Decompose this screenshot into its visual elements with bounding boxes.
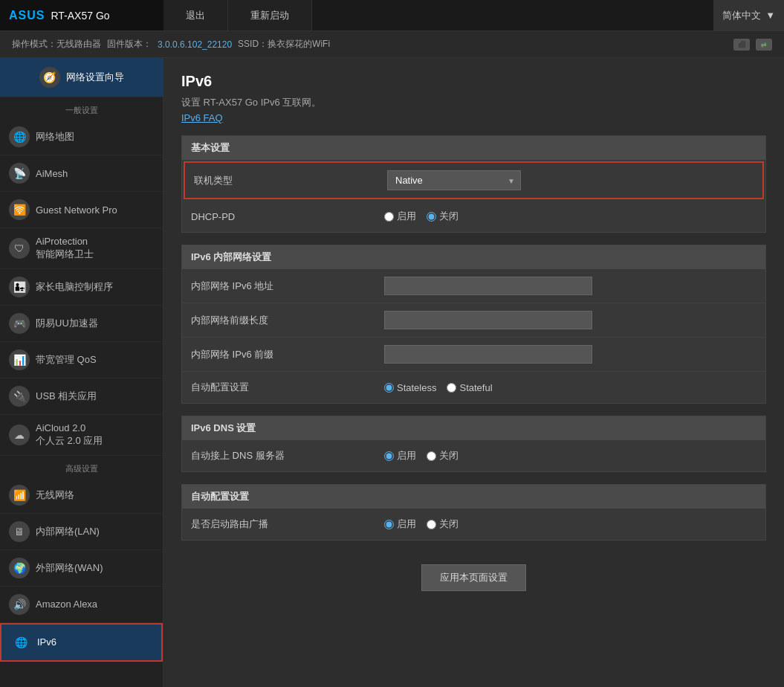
internal-ipv6-input[interactable]	[384, 277, 592, 295]
router-broadcast-enable-label[interactable]: 启用	[384, 517, 416, 531]
autoconfig-header: 自动配置设置	[182, 485, 765, 509]
internal-ipv6-prefix-input[interactable]	[384, 345, 592, 364]
prefix-length-input[interactable]	[384, 311, 592, 329]
sidebar-item-parental[interactable]: 👨‍👧 家长电脑控制程序	[0, 269, 163, 306]
router-broadcast-disable-label[interactable]: 关闭	[427, 517, 459, 531]
dhcp-pd-row: DHCP-PD 启用 关闭	[182, 201, 765, 232]
auto-config-stateless-label[interactable]: Stateless	[384, 382, 436, 393]
sidebar-item-label: 内部网络(LAN)	[36, 525, 100, 538]
asus-logo: ASUS	[9, 9, 45, 22]
sidebar: 🧭 网络设置向导 一般设置 🌐 网络地图 📡 AiMesh 🛜 Guest Ne…	[0, 58, 163, 687]
sidebar-item-label: IPv6	[37, 636, 56, 648]
sidebar-item-usb[interactable]: 🔌 USB 相关应用	[0, 378, 163, 415]
internal-ipv6-row: 内部网络 IPv6 地址	[182, 269, 765, 303]
auto-dns-disable-radio[interactable]	[427, 451, 436, 461]
sidebar-item-label: 阴易UU加速器	[36, 317, 98, 330]
sidebar-item-label: 带宽管理 QoS	[36, 353, 97, 367]
auto-dns-disable-label[interactable]: 关闭	[427, 449, 459, 462]
dhcp-pd-enable-radio[interactable]	[384, 212, 394, 222]
parental-icon: 👨‍👧	[9, 277, 30, 297]
aiprotection-icon: 🛡	[9, 238, 30, 259]
auto-config-radio-group: Stateless Stateful	[384, 382, 493, 393]
dhcp-pd-disable-label[interactable]: 关闭	[427, 210, 459, 223]
apply-button[interactable]: 应用本页面设置	[421, 564, 526, 591]
dhcp-pd-disable-text: 关闭	[439, 210, 459, 223]
sidebar-item-wizard[interactable]: 🧭 网络设置向导	[0, 58, 163, 97]
auto-dns-enable-text: 启用	[397, 449, 416, 462]
sidebar-item-lan[interactable]: 🖥 内部网络(LAN)	[0, 514, 163, 550]
router-broadcast-enable-radio[interactable]	[384, 520, 394, 529]
sidebar-item-aimesh[interactable]: 📡 AiMesh	[0, 155, 163, 192]
sidebar-item-label: Amazon Alexa	[36, 599, 97, 610]
aicloud-icon: ☁	[9, 425, 30, 445]
top-bar: ASUS RT-AX57 Go 退出 重新启动 简体中文 ▼	[0, 0, 784, 31]
auto-dns-disable-text: 关闭	[439, 449, 459, 462]
dhcp-pd-enable-text: 启用	[397, 210, 416, 223]
top-nav: 退出 重新启动	[163, 0, 713, 30]
sidebar-item-wan[interactable]: 🌍 外部网络(WAN)	[0, 550, 163, 587]
router-broadcast-radio-group: 启用 关闭	[384, 517, 459, 531]
sidebar-item-uu[interactable]: 🎮 阴易UU加速器	[0, 306, 163, 342]
prefix-length-row: 内部网络前缀长度	[182, 303, 765, 338]
mode-label: 操作模式：无线路由器	[12, 38, 101, 51]
exit-button[interactable]: 退出	[163, 0, 228, 30]
faq-link[interactable]: IPv6 FAQ	[181, 112, 223, 123]
dns-settings-header: IPv6 DNS 设置	[182, 416, 765, 440]
stateful-text: Stateful	[459, 382, 492, 393]
sidebar-item-network-map[interactable]: 🌐 网络地图	[0, 119, 163, 155]
logo-area: ASUS RT-AX57 Go	[0, 0, 163, 30]
ssid-label: SSID：换衣探花的WiFi	[238, 38, 330, 51]
internal-settings-section: IPv6 内部网络设置 内部网络 IPv6 地址 内部网络前缀长度 内部网络 I…	[181, 245, 766, 404]
firmware-link[interactable]: 3.0.0.6.102_22120	[158, 39, 232, 50]
firmware-label: 固件版本：	[107, 38, 152, 51]
auto-dns-enable-label[interactable]: 启用	[384, 449, 416, 462]
wizard-label: 网络设置向导	[66, 71, 124, 84]
auto-config-stateful-radio[interactable]	[447, 383, 456, 393]
sidebar-item-ipv6[interactable]: 🌐 IPv6	[0, 623, 163, 662]
reboot-button[interactable]: 重新启动	[228, 0, 312, 30]
info-bar: 操作模式：无线路由器 固件版本： 3.0.0.6.102_22120 SSID：…	[0, 31, 784, 58]
connection-type-row: 联机类型 Native Passthrough Static IPv6 Stat…	[184, 161, 764, 199]
status-icons: ⬛ ⇄	[733, 39, 772, 51]
lang-selector[interactable]: 简体中文 ▼	[713, 0, 784, 30]
sidebar-item-guest-network-pro[interactable]: 🛜 Guest Network Pro	[0, 192, 163, 228]
sidebar-item-label: 无线网络	[36, 488, 74, 502]
dhcp-pd-disable-radio[interactable]	[427, 212, 436, 222]
autoconfig-section: 自动配置设置 是否启动路由广播 启用 关闭	[181, 484, 766, 541]
dns-settings-section: IPv6 DNS 设置 自动接上 DNS 服务器 启用 关闭	[181, 416, 766, 472]
guest-network-icon: 🛜	[9, 199, 30, 220]
router-broadcast-disable-radio[interactable]	[427, 520, 436, 529]
dhcp-pd-enable-label[interactable]: 启用	[384, 210, 416, 223]
lan-icon: 🖥	[9, 521, 30, 542]
connection-type-select[interactable]: Native Passthrough Static IPv6 Stateless…	[387, 170, 521, 190]
auto-config-stateless-radio[interactable]	[384, 383, 394, 393]
sidebar-item-qos[interactable]: 📊 带宽管理 QoS	[0, 342, 163, 378]
auto-config-label: 自动配置设置	[191, 381, 384, 394]
page-desc: 设置 RT-AX57 Go IPv6 互联网。	[181, 96, 766, 109]
prefix-length-value	[384, 311, 757, 329]
stateless-text: Stateless	[397, 382, 436, 393]
qos-icon: 📊	[9, 349, 30, 370]
sidebar-item-aiprotection[interactable]: 🛡 AiProtection智能网络卫士	[0, 228, 163, 269]
advanced-section-title: 高级设置	[0, 456, 163, 477]
internal-ipv6-label: 内部网络 IPv6 地址	[191, 280, 384, 293]
connection-type-value: Native Passthrough Static IPv6 Stateless…	[387, 170, 754, 190]
sidebar-item-amazon-alexa[interactable]: 🔊 Amazon Alexa	[0, 587, 163, 623]
connection-status-icon: ⇄	[756, 39, 772, 51]
auto-dns-row: 自动接上 DNS 服务器 启用 关闭	[182, 440, 765, 471]
sidebar-item-label: AiProtection智能网络卫士	[36, 236, 94, 261]
auto-config-stateful-label[interactable]: Stateful	[447, 382, 492, 393]
chevron-down-icon: ▼	[765, 10, 775, 21]
sidebar-item-wireless[interactable]: 📶 无线网络	[0, 477, 163, 514]
sidebar-item-aicloud[interactable]: ☁ AiCloud 2.0个人云 2.0 应用	[0, 415, 163, 456]
sidebar-item-label: USB 相关应用	[36, 390, 97, 403]
auto-dns-enable-radio[interactable]	[384, 451, 394, 461]
internal-ipv6-prefix-label: 内部网络 IPv6 前缀	[191, 348, 384, 361]
alexa-icon: 🔊	[9, 594, 30, 615]
prefix-length-label: 内部网络前缀长度	[191, 314, 384, 327]
network-map-icon: 🌐	[9, 126, 30, 147]
connection-type-dropdown-wrapper: Native Passthrough Static IPv6 Stateless…	[387, 170, 521, 190]
model-name: RT-AX57 Go	[51, 10, 109, 22]
auto-dns-label: 自动接上 DNS 服务器	[191, 449, 384, 462]
internal-settings-header: IPv6 内部网络设置	[182, 245, 765, 269]
